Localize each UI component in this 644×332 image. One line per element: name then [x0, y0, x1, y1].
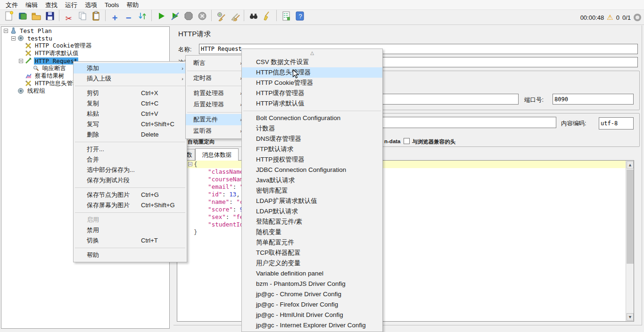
context-menu-item-7[interactable]: 删除Delete: [74, 130, 187, 140]
context-menu-item-4[interactable]: 复制Ctrl+C: [74, 98, 187, 109]
config-menu-item-20[interactable]: 用户定义的变量: [242, 258, 382, 268]
config-menu-item-4[interactable]: HTTP请求默认值: [242, 98, 382, 109]
start-icon[interactable]: [155, 9, 167, 22]
clear-search-icon[interactable]: [261, 9, 273, 22]
config-menu-item-24[interactable]: jp@gc - Firefox Driver Config: [242, 300, 382, 310]
menu-separator: [74, 84, 187, 88]
open-file-icon[interactable]: [30, 9, 42, 22]
context-menu-item-12[interactable]: 保存为测试片段: [74, 175, 187, 186]
context-menu-item-5[interactable]: 粘贴Ctrl+V: [74, 109, 187, 119]
context-menu-item-9[interactable]: 打开...: [74, 144, 187, 154]
config-menu-item-19[interactable]: TCP取样器配置: [242, 248, 382, 258]
config-menu-item-14[interactable]: LDAP扩展请求默认值: [242, 196, 382, 206]
copy-icon[interactable]: [76, 9, 89, 22]
config-menu-item-17[interactable]: 随机变量: [242, 227, 382, 237]
scrollbar-thumb[interactable]: [627, 170, 634, 264]
config-menu-item-13[interactable]: 密钥库配置: [242, 186, 382, 196]
context-menu-item-3[interactable]: 剪切Ctrl+X: [74, 88, 187, 98]
tab-body-data[interactable]: 消息体数据: [195, 148, 239, 161]
search-icon[interactable]: [247, 9, 260, 22]
scroll-down-arrow[interactable]: ▼: [627, 313, 634, 321]
tree-item-0[interactable]: Test Plan: [1, 27, 169, 34]
add-submenu-item-0[interactable]: 断言›: [186, 57, 245, 69]
menu-scroll-up-icon[interactable]: △: [242, 49, 382, 57]
menubar-item-6[interactable]: 帮助: [123, 0, 142, 10]
tree-item-2[interactable]: HTTP Cookie管理器: [1, 42, 169, 49]
menubar-item-4[interactable]: 选项: [81, 0, 101, 10]
config-menu-item-3[interactable]: HTTP缓存管理器: [242, 88, 382, 98]
menubar-item-1[interactable]: 编辑: [22, 0, 41, 10]
add-submenu-item-8[interactable]: 监听器›: [186, 125, 245, 137]
menubar-item-2[interactable]: 查找: [41, 0, 61, 10]
config-menu-item-12[interactable]: Java默认请求: [242, 175, 382, 186]
tree-item-label: 响应断言: [41, 65, 67, 73]
config-menu-item-18[interactable]: 简单配置元件: [242, 237, 382, 248]
config-menu-item-8[interactable]: DNS缓存管理器: [242, 134, 382, 144]
context-menu-item-19[interactable]: 切换Ctrl+T: [74, 235, 187, 246]
save-icon[interactable]: [43, 9, 56, 22]
warning-icon[interactable]: ⚠: [607, 13, 613, 22]
context-menu-item-14[interactable]: 保存节点为图片Ctrl+G: [74, 190, 187, 200]
toggle-icon[interactable]: [136, 9, 149, 22]
remove-icon[interactable]: −: [122, 12, 135, 24]
function-helper-icon[interactable]: [280, 9, 292, 22]
expander-icon[interactable]: [19, 59, 23, 63]
context-menu-item-21[interactable]: 帮助: [74, 250, 187, 260]
paste-icon[interactable]: [90, 9, 102, 22]
add-submenu-item-4[interactable]: 前置处理器›: [186, 88, 245, 99]
start-no-timers-icon[interactable]: [168, 9, 181, 22]
config-menu-item-25[interactable]: jp@gc - HtmlUnit Driver Config: [242, 310, 382, 320]
add-icon[interactable]: +: [108, 12, 121, 24]
config-menu-item-22[interactable]: bzm - PhantomJS Driver Config: [242, 279, 382, 289]
menubar-item-5[interactable]: Tools: [101, 0, 123, 10]
clear-all-icon[interactable]: [228, 9, 241, 22]
config-menu-item-10[interactable]: HTTP授权管理器: [242, 154, 382, 165]
add-submenu-item-2[interactable]: 定时器›: [186, 73, 245, 84]
config-menu-item-21[interactable]: Variable definition panel: [242, 268, 382, 279]
context-menu-item-17[interactable]: 启用: [74, 215, 187, 225]
context-menu-item-15[interactable]: 保存屏幕为图片Ctrl+Shift+G: [74, 200, 187, 211]
config-menu-item-11[interactable]: JDBC Connection Configuration: [242, 165, 382, 175]
config-menu-item-26[interactable]: jp@gc - Internet Explorer Driver Config: [242, 320, 382, 331]
config-menu-item-2[interactable]: HTTP Cookie管理器: [242, 78, 382, 88]
tree-item-1[interactable]: teststu: [1, 34, 169, 42]
editor-scrollbar[interactable]: ▲ ▼: [626, 161, 634, 321]
add-submenu-item-7[interactable]: 配置元件›: [186, 114, 245, 125]
context-menu-item-18[interactable]: 禁用: [74, 225, 187, 235]
expander-icon[interactable]: [4, 29, 8, 33]
expander-icon[interactable]: [11, 36, 16, 40]
config-menu-item-6[interactable]: Bolt Connection Configuration: [242, 113, 382, 123]
config-menu-item-15[interactable]: LDAP默认请求: [242, 206, 382, 217]
config-menu-item-1[interactable]: HTTP信息头管理器: [242, 67, 382, 78]
clear-icon[interactable]: [215, 9, 227, 22]
add-submenu-item-5[interactable]: 后置处理器›: [186, 99, 245, 110]
shutdown-icon[interactable]: [196, 9, 208, 22]
new-file-icon[interactable]: [2, 9, 15, 22]
fold-collapse-icon[interactable]: [188, 161, 194, 168]
config-menu-item-23[interactable]: jp@gc - Chrome Driver Config: [242, 289, 382, 300]
context-menu-item-0[interactable]: 添加›: [74, 63, 187, 73]
encoding-input[interactable]: [599, 117, 634, 130]
name-label: 名称:: [178, 46, 191, 54]
stop-icon[interactable]: [182, 9, 195, 22]
config-menu-item-16[interactable]: 登陆配置元件/素: [242, 217, 382, 227]
context-menu-item-6[interactable]: 复写Ctrl+Shift+C: [74, 119, 187, 130]
toolbar-buttons: ✂+−?: [2, 9, 306, 25]
context-menu-item-1[interactable]: 插入上级›: [74, 73, 187, 84]
help-icon[interactable]: ?: [293, 9, 306, 22]
menu-item-label: CSV 数据文件设置: [256, 58, 309, 65]
menu-item-shortcut: Ctrl+Shift+G: [141, 200, 175, 211]
tree-item-3[interactable]: HTTP请求默认值: [1, 49, 169, 57]
scroll-up-arrow[interactable]: ▲: [627, 161, 634, 169]
menubar-item-0[interactable]: 文件: [2, 0, 22, 10]
templates-icon[interactable]: [16, 9, 29, 22]
config-menu-item-7[interactable]: 计数器: [242, 123, 382, 134]
config-menu-item-0[interactable]: CSV 数据文件设置: [242, 57, 382, 67]
browser-headers-checkbox[interactable]: [404, 138, 410, 144]
cut-icon[interactable]: ✂: [62, 12, 75, 25]
context-menu-item-10[interactable]: 合并: [74, 154, 187, 165]
context-menu-item-11[interactable]: 选中部分保存为...: [74, 165, 187, 175]
port-input[interactable]: [553, 94, 634, 105]
config-menu-item-9[interactable]: FTP默认请求: [242, 144, 382, 154]
menubar-item-3[interactable]: 运行: [61, 0, 81, 10]
